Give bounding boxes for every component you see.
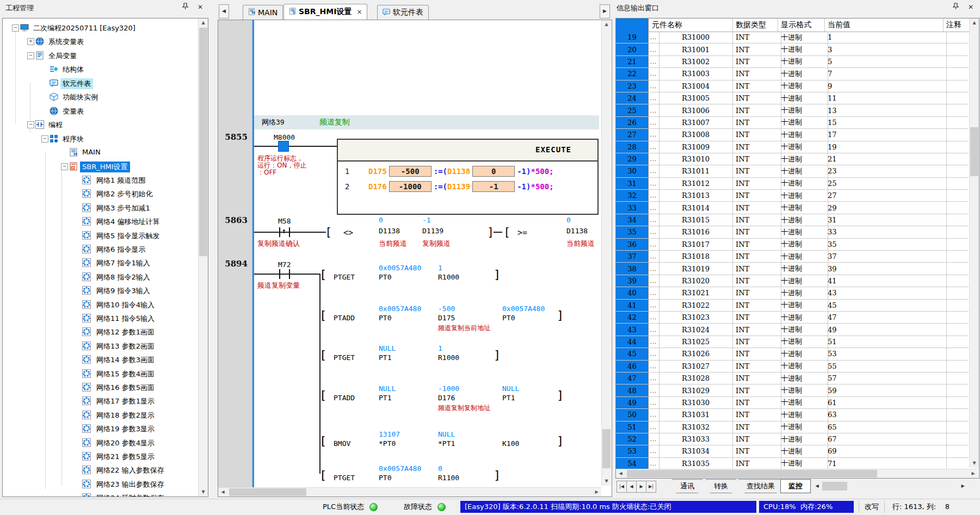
tree-item-main[interactable]: M MAIN [3,146,208,158]
instruction-name[interactable]: PTADD [334,314,355,322]
table-row[interactable]: 40...R31021INT十进制43 [616,287,969,299]
tree-item-network[interactable]: 网络15 参数4画面 [3,368,208,380]
script-variable[interactable]: D1138 [447,167,470,176]
instruction-name[interactable]: PTGET [334,474,355,482]
table-cell[interactable]: ... [648,421,660,433]
operand-name[interactable]: *PT1 [438,439,455,448]
instruction-name[interactable]: PTGET [334,273,355,281]
table-row[interactable]: 44...R31025INT十进制51 [616,336,969,348]
table-cell[interactable]: ... [648,445,660,457]
table-cell[interactable]: ... [648,409,660,420]
scrollbar-thumb[interactable] [822,482,847,491]
table-row[interactable]: 50...R31031INT十进制63 [616,409,969,421]
table-row[interactable]: 37...R31018INT十进制37 [616,251,969,263]
tree-item-network[interactable]: 网络24 延时参数保存 [3,492,208,497]
tree-item-device-table[interactable]: 软元件表 [3,77,208,89]
ladder-v-scrollbar[interactable]: ▲ ▼ [601,20,611,486]
scroll-down-icon[interactable]: ▼ [602,477,611,486]
operand-name[interactable]: *PT0 [379,439,396,448]
operand[interactable]: D1138 [566,227,588,235]
table-row[interactable]: 27...R31008INT十进制17 [616,129,969,141]
table-row[interactable]: 38...R31019INT十进制39 [616,263,969,275]
ladder-editor[interactable]: 网络39 频道复制 5855 M8000 程序运行标志， 运行：ON，停止 ：O… [218,20,612,497]
table-cell[interactable]: ... [648,458,660,469]
operand-name[interactable]: K100 [502,439,519,448]
table-row[interactable]: 24...R31005INT十进制11 [616,92,969,104]
ladder-h-scrollbar[interactable]: ◀ ▶ [218,487,601,497]
scroll-up-icon[interactable]: ▲ [970,18,979,27]
operand-name[interactable]: R1100 [438,474,459,482]
tree-item-network[interactable]: 网络19 参数3显示 [3,423,208,435]
network-header[interactable]: 网络39 频道复制 [254,115,599,129]
scroll-left-icon[interactable]: ◀ [218,488,227,497]
table-row[interactable]: 46...R31027INT十进制55 [616,361,969,373]
close-icon[interactable]: ✕ [195,3,205,13]
compare-operator[interactable]: >= [517,228,527,238]
operand-name[interactable]: PT1 [379,394,391,402]
table-cell[interactable]: ... [648,312,660,323]
ladder-instruction[interactable]: [PTADDNULLPT1-1000D176频道复制复制地址NULLPT1] [218,384,599,423]
operand-name[interactable]: PT0 [502,314,515,322]
table-cell[interactable]: ... [648,226,660,238]
expand-icon[interactable]: + [27,38,34,45]
operand-name[interactable]: R1000 [438,353,459,362]
table-cell[interactable]: ... [648,68,660,79]
tab-next-icon[interactable]: ▶ [636,481,646,493]
compare-operator[interactable]: <> [343,228,353,238]
operand-name[interactable]: D175 [438,314,455,322]
table-row[interactable]: 22...R31003INT十进制7 [616,68,969,80]
table-row[interactable]: 19...R31000INT十进制1 [616,32,969,44]
tab-scroll-right-icon[interactable]: ▶ [600,4,610,18]
table-row[interactable]: 21...R31002INT十进制5 [616,56,969,68]
column-header[interactable]: 显示格式 [781,20,811,30]
instruction-name[interactable]: BMOV [334,439,350,448]
table-cell[interactable]: ... [648,165,660,177]
pin-icon[interactable] [951,3,960,13]
table-row[interactable]: 48...R31029INT十进制59 [616,384,969,396]
table-row[interactable]: 23...R31004INT十进制9 [616,80,969,92]
table-row[interactable]: 52...R31033INT十进制67 [616,433,969,445]
table-cell[interactable]: ... [648,117,660,128]
operand[interactable]: D1138 [379,227,400,235]
script-variable[interactable]: D176 [368,182,387,191]
tree-item-network[interactable]: 网络7 指令1输入 [3,257,208,269]
table-row[interactable]: 35...R31016INT十进制33 [616,226,969,238]
tree-item-network[interactable]: 网络21 参数5显示 [3,450,208,462]
tree-item-network[interactable]: 网络6 指令显示 [3,243,208,255]
tab-close-icon[interactable]: × [356,8,362,16]
table-row[interactable]: 39...R31020INT十进制41 [616,275,969,287]
table-row[interactable]: 28...R31009INT十进制19 [616,141,969,153]
tree-item-network[interactable]: 网络14 参数3画面 [3,353,208,365]
table-row[interactable]: 36...R31017INT十进制35 [616,239,969,251]
table-row[interactable]: 29...R31010INT十进制21 [616,153,969,165]
table-cell[interactable]: ... [648,92,660,104]
scroll-right-icon[interactable]: ▶ [958,481,967,492]
table-cell[interactable]: ... [648,202,660,213]
script-line[interactable]: 1 D175 -500 :=( D1138 0 -1) *500; [338,164,597,178]
tree-item-sbr-hmi[interactable]: − SBR_HMI设置 [3,160,208,172]
execute-script-block[interactable]: EXECUTE 1 D175 -500 :=( D1138 0 -1) *500… [337,139,599,215]
tree-item-global-vars[interactable]: − 全局变量 [3,49,208,61]
tab-last-icon[interactable]: ▶| [646,481,656,493]
table-row[interactable]: 25...R31006INT十进制13 [616,104,969,116]
scroll-left-icon[interactable]: ◀ [616,469,625,478]
operand-name[interactable]: D176 [438,394,455,402]
ladder-instruction[interactable]: [BMOV13107*PT0NULL*PT1K100] [218,430,599,468]
tree-item-network[interactable]: 网络18 参数2显示 [3,409,208,421]
tab-prev-icon[interactable]: ◀ [626,481,637,493]
collapse-icon[interactable]: − [27,52,34,59]
table-cell[interactable]: ... [648,433,660,445]
operand-name[interactable]: PT0 [379,474,391,482]
table-row[interactable]: 34...R31015INT十进制31 [616,214,969,226]
scroll-down-icon[interactable]: ▼ [970,459,979,468]
tree-item-program-blocks[interactable]: − 程序块 [3,133,208,145]
table-cell[interactable]: ... [648,153,660,165]
table-cell[interactable]: ... [648,373,660,384]
ladder-instruction[interactable]: [PTGETNULLPT11R1000] [218,344,599,382]
watch-h-scrollbar[interactable]: ◀ ▶ [616,469,978,478]
table-cell[interactable]: ... [648,251,660,262]
tree-item-network[interactable]: 网络2 步号初始化 [3,188,208,200]
close-icon[interactable]: ✕ [966,3,976,13]
table-row[interactable]: 43...R31024INT十进制49 [616,324,969,336]
tree-item-network[interactable]: 网络3 步号加减1 [3,202,208,214]
